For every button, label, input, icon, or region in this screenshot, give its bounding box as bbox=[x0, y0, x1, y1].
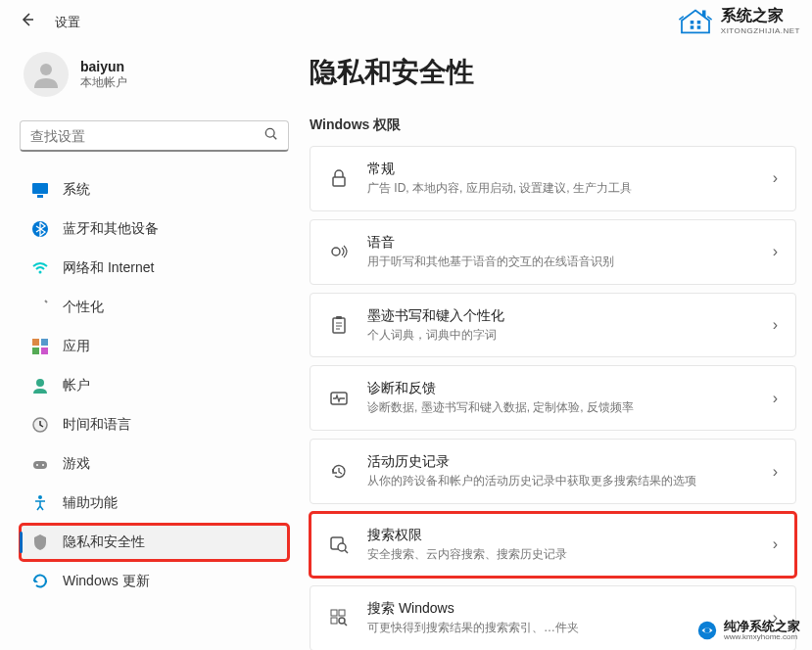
sidebar-item-personalization[interactable]: 个性化 bbox=[20, 289, 289, 326]
brush-icon bbox=[31, 299, 49, 316]
chevron-right-icon: › bbox=[773, 169, 778, 187]
svg-point-38 bbox=[704, 628, 710, 634]
card-sub: 安全搜索、云内容搜索、搜索历史记录 bbox=[367, 546, 755, 563]
svg-rect-0 bbox=[691, 21, 694, 24]
svg-rect-11 bbox=[32, 339, 39, 346]
avatar bbox=[24, 52, 69, 97]
search-windows-icon bbox=[328, 607, 350, 628]
svg-point-30 bbox=[338, 543, 346, 551]
svg-point-35 bbox=[339, 618, 345, 624]
sidebar-item-gaming[interactable]: 游戏 bbox=[20, 445, 289, 483]
svg-point-19 bbox=[42, 464, 44, 466]
watermark-logo-top: 系统之家 XITONGZHIJIA.NET bbox=[678, 6, 800, 35]
search-box[interactable] bbox=[20, 120, 289, 152]
card-sub: 从你的跨设备和帐户的活动历史记录中获取更多搜索结果的选项 bbox=[367, 473, 755, 489]
sidebar-item-time[interactable]: 时间和语言 bbox=[20, 406, 289, 443]
clipboard-icon bbox=[328, 314, 350, 336]
page-title: 隐私和安全性 bbox=[310, 54, 796, 91]
speech-icon bbox=[328, 241, 350, 262]
svg-rect-33 bbox=[339, 610, 345, 616]
svg-rect-12 bbox=[41, 339, 48, 346]
sidebar-item-network[interactable]: 网络和 Internet bbox=[20, 250, 289, 287]
gamepad-icon bbox=[31, 455, 49, 473]
sidebar-item-label: 系统 bbox=[63, 181, 90, 199]
card-general[interactable]: 常规广告 ID, 本地内容, 应用启动, 设置建议, 生产力工具 › bbox=[310, 146, 796, 211]
card-title: 搜索 Windows bbox=[367, 600, 755, 618]
watermark-top-sub: XITONGZHIJIA.NET bbox=[721, 26, 800, 35]
person-icon bbox=[31, 377, 49, 395]
card-inking[interactable]: 墨迹书写和键入个性化个人词典，词典中的字词 › bbox=[310, 293, 796, 358]
watermark-bottom-main: 纯净系统之家 bbox=[724, 620, 800, 633]
sidebar-item-privacy[interactable]: 隐私和安全性 bbox=[20, 524, 289, 561]
card-search-permissions[interactable]: 搜索权限安全搜索、云内容搜索、搜索历史记录 › bbox=[310, 512, 796, 578]
svg-line-6 bbox=[273, 136, 276, 139]
history-icon bbox=[328, 461, 350, 483]
sidebar-item-label: 网络和 Internet bbox=[63, 259, 154, 277]
chevron-right-icon: › bbox=[773, 390, 778, 407]
svg-point-15 bbox=[36, 379, 44, 387]
back-icon[interactable] bbox=[20, 12, 35, 32]
svg-rect-17 bbox=[33, 461, 47, 469]
heartbeat-icon bbox=[328, 388, 350, 409]
sidebar-item-update[interactable]: Windows 更新 bbox=[20, 563, 289, 600]
card-sub: 广告 ID, 本地内容, 应用启动, 设置建议, 生产力工具 bbox=[367, 180, 755, 197]
svg-rect-14 bbox=[41, 348, 48, 354]
card-title: 活动历史记录 bbox=[367, 453, 755, 471]
sidebar-item-system[interactable]: 系统 bbox=[20, 171, 289, 209]
sidebar: baiyun 本地帐户 系统 蓝牙和其他设备 网络和 Internet 个性化 bbox=[0, 44, 304, 650]
header-title: 设置 bbox=[55, 14, 80, 31]
svg-point-18 bbox=[36, 464, 38, 466]
search-input[interactable] bbox=[30, 128, 264, 144]
sidebar-item-label: 隐私和安全性 bbox=[63, 534, 145, 551]
card-activity[interactable]: 活动历史记录从你的跨设备和帐户的活动历史记录中获取更多搜索结果的选项 › bbox=[310, 439, 796, 504]
card-sub: 用于听写和其他基于语音的交互的在线语音识别 bbox=[367, 254, 755, 270]
svg-rect-34 bbox=[331, 618, 337, 624]
svg-point-4 bbox=[40, 64, 52, 75]
svg-line-36 bbox=[345, 624, 348, 627]
svg-rect-13 bbox=[32, 348, 39, 354]
svg-rect-8 bbox=[37, 195, 43, 198]
search-shield-icon bbox=[328, 534, 350, 555]
watermark-top-main: 系统之家 bbox=[721, 6, 800, 26]
sidebar-item-apps[interactable]: 应用 bbox=[20, 328, 289, 365]
search-icon[interactable] bbox=[264, 127, 278, 144]
sidebar-item-label: 游戏 bbox=[63, 455, 90, 473]
apps-icon bbox=[31, 338, 49, 355]
card-diagnostics[interactable]: 诊断和反馈诊断数据, 墨迹书写和键入数据, 定制体验, 反馈频率 › bbox=[310, 365, 796, 431]
sidebar-item-label: 个性化 bbox=[63, 299, 104, 316]
sidebar-item-label: 辅助功能 bbox=[63, 494, 118, 512]
user-type: 本地帐户 bbox=[80, 74, 127, 91]
user-name: baiyun bbox=[80, 59, 127, 74]
card-speech[interactable]: 语音用于听写和其他基于语音的交互的在线语音识别 › bbox=[310, 219, 796, 285]
svg-rect-24 bbox=[336, 316, 342, 319]
sidebar-item-label: 应用 bbox=[63, 338, 90, 355]
shield-icon bbox=[31, 534, 49, 551]
accessibility-icon bbox=[31, 494, 49, 512]
card-title: 搜索权限 bbox=[367, 527, 755, 544]
svg-rect-21 bbox=[333, 177, 345, 186]
sidebar-item-label: 时间和语言 bbox=[63, 416, 131, 434]
monitor-icon bbox=[31, 181, 49, 199]
sidebar-item-label: Windows 更新 bbox=[63, 573, 150, 590]
sidebar-item-accounts[interactable]: 帐户 bbox=[20, 367, 289, 404]
update-icon bbox=[31, 573, 49, 590]
sidebar-item-label: 帐户 bbox=[63, 377, 90, 395]
card-sub: 诊断数据, 墨迹书写和键入数据, 定制体验, 反馈频率 bbox=[367, 399, 755, 416]
sidebar-item-accessibility[interactable]: 辅助功能 bbox=[20, 485, 289, 522]
section-title: Windows 权限 bbox=[310, 116, 796, 134]
lock-icon bbox=[328, 167, 350, 189]
user-block[interactable]: baiyun 本地帐户 bbox=[24, 52, 289, 97]
sidebar-item-bluetooth[interactable]: 蓝牙和其他设备 bbox=[20, 210, 289, 248]
sidebar-item-label: 蓝牙和其他设备 bbox=[63, 220, 159, 238]
chevron-right-icon: › bbox=[773, 463, 778, 481]
bluetooth-icon bbox=[31, 220, 49, 238]
card-title: 常规 bbox=[367, 161, 755, 178]
chevron-right-icon: › bbox=[773, 243, 778, 260]
card-sub: 个人词典，词典中的字词 bbox=[367, 327, 755, 344]
svg-rect-1 bbox=[697, 21, 701, 24]
wifi-icon bbox=[31, 259, 49, 277]
watermark-bottom-sub: www.kmxyhome.com bbox=[724, 633, 800, 642]
svg-point-5 bbox=[265, 128, 274, 137]
svg-rect-32 bbox=[331, 610, 337, 616]
chevron-right-icon: › bbox=[773, 316, 778, 334]
